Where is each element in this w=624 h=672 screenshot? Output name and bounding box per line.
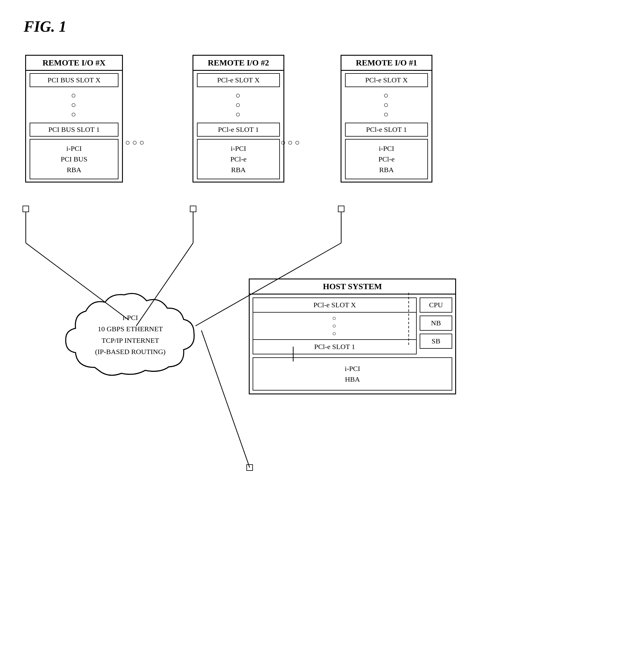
rio-2-connector	[190, 206, 196, 212]
dots-between-rio-x-rio2: ○ ○ ○	[125, 138, 145, 147]
cloud-network: i-PCI 10 GBPS ETHERNET TCP/IP INTERNET (…	[59, 284, 201, 385]
rio-1-slot-top: PCl-e SLOT X	[345, 73, 428, 87]
rio-2-rba: i-PCI PCl-e RBA	[197, 139, 280, 179]
rio-2-dots: ○○○	[193, 90, 283, 120]
remote-io-x-box: REMOTE I/O #X PCI BUS SLOT X ○○○ PCI BUS…	[25, 55, 123, 182]
host-hba-outer: i-PCI HBA	[253, 357, 452, 391]
host-slot-top: PCl-e SLOT X	[253, 298, 416, 313]
host-slots-panel: PCl-e SLOT X ○○○ PCl-e SLOT 1	[253, 297, 417, 354]
remote-io-x-title: REMOTE I/O #X	[26, 56, 122, 71]
remote-io-2-box: REMOTE I/O #2 PCl-e SLOT X ○○○ PCl-e SLO…	[192, 55, 284, 182]
host-system-box: HOST SYSTEM PCl-e SLOT X ○○○ PCl-e SLOT …	[249, 278, 456, 394]
figure-title: FIG. 1	[24, 18, 66, 35]
rio-x-rba: i-PCI PCI BUS RBA	[30, 139, 119, 179]
cpu-chip: CPU	[420, 297, 452, 313]
rio-1-connector	[338, 206, 344, 212]
cloud-to-host-line	[201, 330, 250, 468]
remote-io-1-box: REMOTE I/O #1 PCl-e SLOT X ○○○ PCl-e SLO…	[341, 55, 433, 182]
nb-chip: NB	[420, 316, 452, 331]
remote-io-1-title: REMOTE I/O #1	[341, 56, 432, 71]
rio-1-dots: ○○○	[341, 90, 432, 120]
rio-x-slot-top: PCI BUS SLOT X	[30, 73, 119, 87]
host-hba-connector	[247, 465, 253, 471]
host-dots: ○○○	[253, 313, 416, 339]
host-chips-panel: CPU NB SB	[420, 297, 452, 354]
rio-x-slot-bottom: PCI BUS SLOT 1	[30, 123, 119, 136]
host-hba: i-PCI HBA	[253, 358, 452, 390]
rio-x-connector	[23, 206, 29, 212]
rio-2-slot-bottom: PCl-e SLOT 1	[197, 123, 280, 136]
rio-1-slot-bottom: PCl-e SLOT 1	[345, 123, 428, 136]
host-slot-bottom: PCl-e SLOT 1	[253, 339, 416, 354]
remote-io-2-title: REMOTE I/O #2	[193, 56, 283, 71]
sb-chip: SB	[420, 333, 452, 349]
rio-2-slot-top: PCl-e SLOT X	[197, 73, 280, 87]
host-system-title: HOST SYSTEM	[250, 279, 455, 295]
rio-x-dots: ○○○	[26, 90, 122, 120]
rio-1-rba: i-PCI PCl-e RBA	[345, 139, 428, 179]
